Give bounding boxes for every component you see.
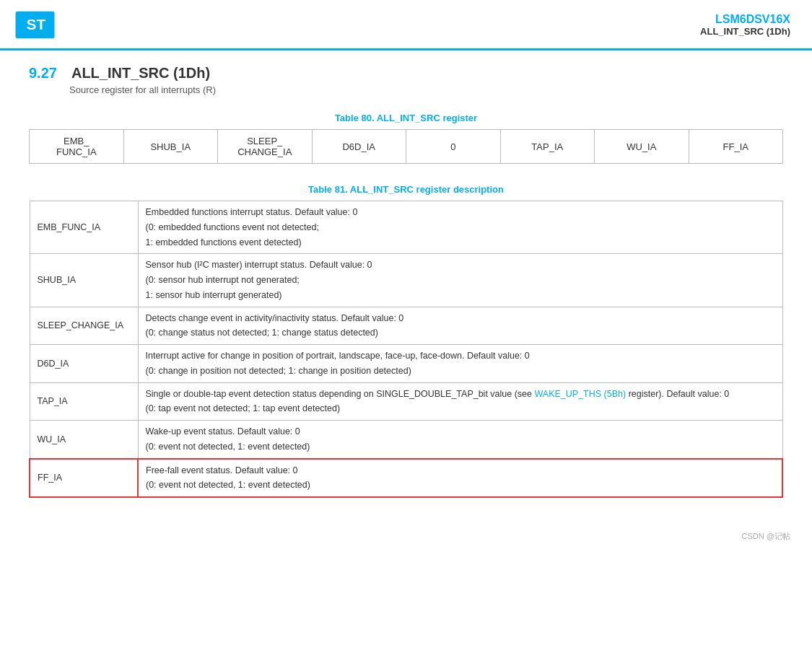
page-content: 9.27 ALL_INT_SRC (1Dh) Source register f… <box>0 51 812 527</box>
field-desc-wu-ia: Wake-up event status. Default value: 0 (… <box>138 421 782 459</box>
register-bit-table: EMB_FUNC_IA SHUB_IA SLEEP_CHANGE_IA D6D_… <box>29 129 783 164</box>
field-desc-ff-ia: Free-fall event status. Default value: 0… <box>138 459 782 498</box>
field-name-wu-ia: WU_IA <box>30 421 138 459</box>
bit-tap-ia: TAP_IA <box>500 130 595 164</box>
bit-shub-ia: SHUB_IA <box>123 130 218 164</box>
table-row: SLEEP_CHANGE_IA Detects change event in … <box>30 307 782 345</box>
section-heading: 9.27 ALL_INT_SRC (1Dh) <box>29 65 783 82</box>
field-name-ff-ia: FF_IA <box>30 459 138 498</box>
bit-zero: 0 <box>406 130 501 164</box>
table-row: EMB_FUNC_IA Embedded functions interrupt… <box>30 201 782 254</box>
bit-d6d-ia: D6D_IA <box>312 130 406 164</box>
field-desc-shub-ia: Sensor hub (I²C master) interrupt status… <box>138 254 782 307</box>
bit-table-row: EMB_FUNC_IA SHUB_IA SLEEP_CHANGE_IA D6D_… <box>30 130 783 164</box>
svg-text:ST: ST <box>27 16 46 32</box>
section-number: 9.27 <box>29 65 57 82</box>
table-row: SHUB_IA Sensor hub (I²C master) interrup… <box>30 254 782 307</box>
table80-caption: Table 80. ALL_INT_SRC register <box>29 113 783 123</box>
bit-emb-func-ia: EMB_FUNC_IA <box>30 130 124 164</box>
field-desc-tap-ia: Single or double-tap event detection sta… <box>138 382 782 421</box>
table-row: WU_IA Wake-up event status. Default valu… <box>30 421 782 459</box>
table-row: D6D_IA Interrupt active for change in po… <box>30 345 782 383</box>
watermark-text: CSDN @记帖 <box>742 532 790 540</box>
field-desc-emb-func-ia: Embedded functions interrupt status. Def… <box>138 201 782 254</box>
bit-ff-ia: FF_IA <box>689 130 783 164</box>
field-name-shub-ia: SHUB_IA <box>30 254 138 307</box>
section-title: ALL_INT_SRC (1Dh) <box>71 65 210 82</box>
logo-container: ST <box>14 9 58 41</box>
table81-caption: Table 81. ALL_INT_SRC register descripti… <box>29 184 783 195</box>
wake-up-ths-link[interactable]: WAKE_UP_THS (5Bh) <box>535 389 627 399</box>
field-desc-sleep-change-ia: Detects change event in activity/inactiv… <box>138 307 782 345</box>
register-desc-table: EMB_FUNC_IA Embedded functions interrupt… <box>29 201 783 498</box>
field-name-tap-ia: TAP_IA <box>30 382 138 421</box>
table-row-highlighted: FF_IA Free-fall event status. Default va… <box>30 459 782 498</box>
footer-watermark: CSDN @记帖 <box>0 527 812 546</box>
header-title: LSM6DSV16X ALL_INT_SRC (1Dh) <box>700 13 790 37</box>
bit-wu-ia: WU_IA <box>595 130 689 164</box>
field-desc-d6d-ia: Interrupt active for change in position … <box>138 345 782 383</box>
section-subtitle: Source register for all interrupts (R) <box>69 84 783 95</box>
field-name-sleep-change-ia: SLEEP_CHANGE_IA <box>30 307 138 345</box>
field-name-d6d-ia: D6D_IA <box>30 345 138 383</box>
table-row: TAP_IA Single or double-tap event detect… <box>30 382 782 421</box>
bit-sleep-change-ia: SLEEP_CHANGE_IA <box>218 130 313 164</box>
st-logo: ST <box>14 9 58 41</box>
header-reg-name: ALL_INT_SRC (1Dh) <box>700 26 790 37</box>
page-header: ST LSM6DSV16X ALL_INT_SRC (1Dh) <box>0 0 812 51</box>
chip-name: LSM6DSV16X <box>700 13 790 26</box>
field-name-emb-func-ia: EMB_FUNC_IA <box>30 201 138 254</box>
